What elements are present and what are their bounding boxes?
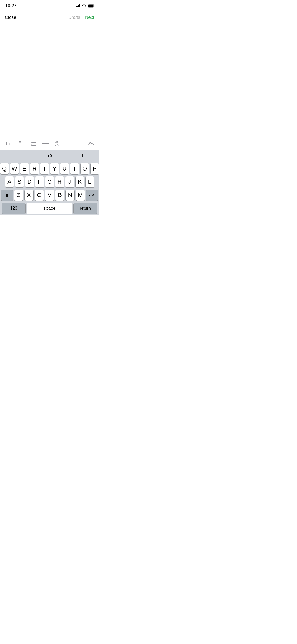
- content-area[interactable]: [0, 23, 99, 137]
- key-h[interactable]: H: [55, 176, 64, 187]
- mention-icon[interactable]: @: [54, 141, 60, 146]
- svg-rect-1: [88, 4, 94, 7]
- return-key[interactable]: return: [74, 203, 97, 214]
- key-b[interactable]: B: [55, 190, 64, 201]
- key-d[interactable]: D: [25, 176, 34, 187]
- key-i[interactable]: I: [70, 163, 79, 174]
- signal-icon: [76, 4, 81, 7]
- bottom-row: 123 space return: [1, 203, 98, 214]
- backspace-key[interactable]: [86, 190, 98, 201]
- key-a[interactable]: A: [5, 176, 14, 187]
- key-e[interactable]: E: [20, 163, 29, 174]
- svg-text:@: @: [54, 141, 60, 146]
- text-format-icon[interactable]: T T: [5, 141, 13, 146]
- key-x[interactable]: X: [25, 190, 33, 201]
- status-bar: 10:27: [0, 0, 99, 12]
- quote-icon[interactable]: ": [19, 141, 25, 146]
- image-icon[interactable]: [88, 140, 94, 147]
- svg-rect-12: [43, 143, 49, 144]
- key-z[interactable]: Z: [14, 190, 23, 201]
- key-f[interactable]: F: [35, 176, 44, 187]
- key-c[interactable]: C: [35, 190, 44, 201]
- key-w[interactable]: W: [10, 163, 19, 174]
- key-l[interactable]: L: [86, 176, 94, 187]
- nav-bar: Close Drafts Next: [0, 12, 99, 23]
- key-o[interactable]: O: [81, 163, 89, 174]
- svg-rect-8: [32, 144, 36, 144]
- key-u[interactable]: U: [60, 163, 69, 174]
- svg-point-16: [89, 142, 91, 143]
- key-k[interactable]: K: [76, 176, 84, 187]
- svg-rect-10: [32, 145, 36, 146]
- svg-point-7: [31, 144, 32, 145]
- key-r[interactable]: R: [30, 163, 39, 174]
- key-m[interactable]: M: [76, 190, 85, 201]
- svg-text:T: T: [5, 141, 8, 146]
- status-time: 10:27: [5, 3, 16, 8]
- list-icon[interactable]: [31, 141, 36, 146]
- nav-right: Drafts Next: [68, 15, 94, 20]
- keyboard: Hi Yo I Q W E R T Y U I O P A S D: [0, 150, 99, 215]
- key-row-3: Z X C V B N M: [1, 190, 98, 201]
- key-row-1: Q W E R T Y U I O P: [1, 163, 98, 174]
- drafts-button[interactable]: Drafts: [68, 15, 80, 20]
- battery-icon: [88, 4, 95, 8]
- svg-text:T: T: [8, 142, 11, 146]
- key-s[interactable]: S: [15, 176, 24, 187]
- svg-point-5: [31, 142, 32, 143]
- wifi-icon: [82, 4, 86, 8]
- status-icons: [76, 4, 95, 8]
- indent-icon[interactable]: [42, 141, 49, 146]
- numbers-key[interactable]: 123: [2, 203, 25, 214]
- space-key[interactable]: space: [27, 203, 72, 214]
- predictive-item-hi[interactable]: Hi: [0, 150, 33, 161]
- svg-rect-11: [42, 142, 49, 142]
- keys-area: Q W E R T Y U I O P A S D F G H J K L: [0, 161, 99, 215]
- key-v[interactable]: V: [45, 190, 54, 201]
- svg-rect-6: [32, 142, 36, 143]
- predictive-row: Hi Yo I: [0, 150, 99, 161]
- key-p[interactable]: P: [91, 163, 99, 174]
- predictive-item-yo[interactable]: Yo: [33, 150, 66, 161]
- formatting-toolbar: T T ": [0, 137, 99, 150]
- key-t[interactable]: T: [40, 163, 49, 174]
- svg-point-9: [31, 145, 32, 146]
- key-row-2: A S D F G H J K L: [1, 176, 98, 187]
- key-j[interactable]: J: [65, 176, 74, 187]
- key-y[interactable]: Y: [50, 163, 59, 174]
- svg-text:": ": [19, 141, 21, 146]
- close-button[interactable]: Close: [5, 15, 16, 20]
- next-button[interactable]: Next: [85, 15, 94, 20]
- shift-key[interactable]: [1, 190, 13, 201]
- key-g[interactable]: G: [45, 176, 54, 187]
- toolbar-icons-left: T T ": [5, 141, 60, 146]
- svg-rect-13: [43, 145, 49, 145]
- key-n[interactable]: N: [66, 190, 74, 201]
- key-q[interactable]: Q: [0, 163, 9, 174]
- predictive-item-i[interactable]: I: [66, 150, 99, 161]
